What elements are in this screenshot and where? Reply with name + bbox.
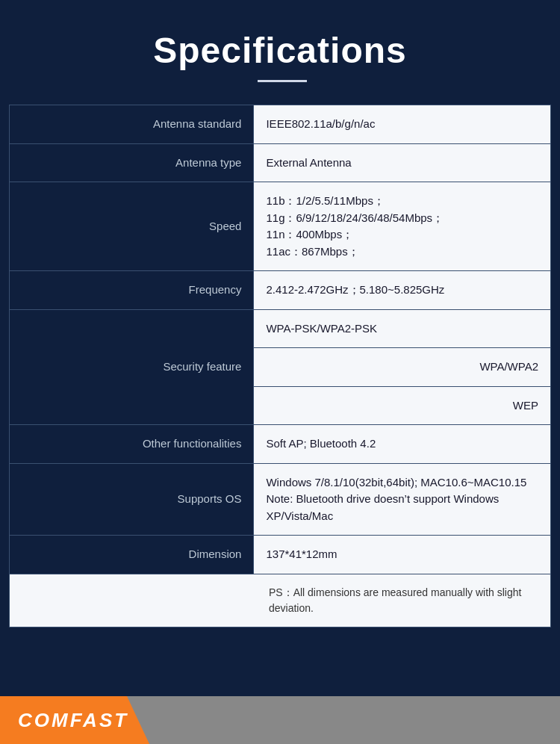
specs-table-container: Antenna standardIEEE802.11a/b/g/n/acAnte… xyxy=(0,97,560,696)
row-label: Other functionalities xyxy=(10,425,254,464)
table-row: Other functionalitiesSoft AP; Bluetooth … xyxy=(10,425,551,464)
row-value: 2.412-2.472GHz；5.180~5.825GHz xyxy=(254,271,551,310)
table-row: Security featureWPA-PSK/WPA2-PSK xyxy=(10,309,551,348)
table-row: Antenna standardIEEE802.11a/b/g/n/ac xyxy=(10,105,551,144)
brand-block: COMFAST xyxy=(0,696,149,744)
page-title: Specifications xyxy=(15,30,545,71)
row-label: Antenna standard xyxy=(10,105,254,144)
ps-note-text: PS：All dimensions are measured manually … xyxy=(254,574,551,627)
ps-label-cell xyxy=(10,574,254,627)
table-row: Supports OSWindows 7/8.1/10(32bit,64bit)… xyxy=(10,463,551,536)
row-value: Soft AP; Bluetooth 4.2 xyxy=(254,425,551,464)
row-value: WEP xyxy=(254,386,551,425)
specs-table: Antenna standardIEEE802.11a/b/g/n/acAnte… xyxy=(9,105,551,627)
row-label: Frequency xyxy=(10,271,254,310)
table-row: Frequency2.412-2.472GHz；5.180~5.825GHz xyxy=(10,271,551,310)
row-label: Antenna type xyxy=(10,143,254,182)
row-value: 137*41*12mm xyxy=(254,536,551,574)
table-row: Dimension137*41*12mm xyxy=(10,536,551,574)
row-label: Speed xyxy=(10,182,254,271)
divider-line xyxy=(258,80,302,82)
table-row: Antenna typeExternal Antenna xyxy=(10,143,551,182)
ps-note-row: PS：All dimensions are measured manually … xyxy=(10,574,551,627)
row-value: WPA-PSK/WPA2-PSK xyxy=(254,309,551,348)
row-label: Dimension xyxy=(10,536,254,574)
row-label: Supports OS xyxy=(10,463,254,536)
header: Specifications xyxy=(0,0,560,97)
row-value: Windows 7/8.1/10(32bit,64bit); MAC10.6~M… xyxy=(254,463,551,536)
brand-name: COMFAST xyxy=(18,709,128,732)
row-value: External Antenna xyxy=(254,143,551,182)
row-label: Security feature xyxy=(10,309,254,425)
footer: COMFAST xyxy=(0,696,560,744)
header-divider xyxy=(15,80,545,82)
table-row: Speed11b：1/2/5.5/11Mbps；11g：6/9/12/18/24… xyxy=(10,182,551,271)
row-value: WPA/WPA2 xyxy=(254,348,551,387)
row-value: IEEE802.11a/b/g/n/ac xyxy=(254,105,551,144)
row-value: 11b：1/2/5.5/11Mbps；11g：6/9/12/18/24/36/4… xyxy=(254,182,551,271)
page-wrapper: Specifications Antenna standardIEEE802.1… xyxy=(0,0,560,744)
